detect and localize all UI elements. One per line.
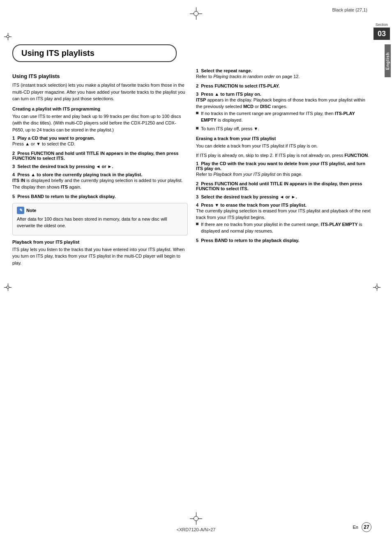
step-5: 5 Press BAND to return to the playback d… xyxy=(12,194,188,199)
step4-title: Press ▲ to store the currently playing t… xyxy=(17,172,142,177)
r-step3-number: 3 xyxy=(196,92,198,97)
e-step4-body: The currently playing selection is erase… xyxy=(196,207,371,221)
r-step3-body: ITSP appears in the display. Playback be… xyxy=(196,97,371,110)
bottom-crosshair-icon xyxy=(190,512,202,525)
step5-number: 5 xyxy=(12,194,15,199)
bottom-right-area: En 27 xyxy=(353,522,371,532)
step2-number: 2 xyxy=(12,151,15,156)
intro-text: ITS (instant track selection) lets you m… xyxy=(12,82,188,102)
english-sidebar: English xyxy=(383,44,392,77)
e-step3-number: 3 xyxy=(196,194,198,199)
en-label: En xyxy=(353,525,358,530)
step1-body: Press ▲ or ▼ to select the CD. xyxy=(12,141,188,148)
e-step-1: 1 Play the CD with the track you want to… xyxy=(196,161,371,178)
e-step2-title: Press FUNCTION and hold until TITLE IN a… xyxy=(196,181,362,191)
step-1: 1 Play a CD that you want to program. Pr… xyxy=(12,136,188,148)
page-number: 27 xyxy=(362,522,371,532)
section-word: Section xyxy=(376,23,388,27)
step1-number: 1 xyxy=(12,136,15,141)
r-step1-title: Select the repeat range. xyxy=(201,68,252,73)
step5-title: Press BAND to return to the playback dis… xyxy=(17,194,115,199)
bottom-bar xyxy=(0,512,392,525)
bullet-icon xyxy=(196,112,198,114)
r-step1-body: Refer to Playing tracks in random order … xyxy=(196,73,371,80)
black-plate-label: Black plate (27,1) xyxy=(332,7,367,12)
e-step-2: 2 Press FUNCTION and hold until TITLE IN… xyxy=(196,181,371,191)
e-step5-title: Press BAND to return to the playback dis… xyxy=(201,238,299,243)
main-header: Using ITS playlists xyxy=(12,44,371,62)
erasing-heading: Erasing a track from your ITS playlist xyxy=(196,136,371,141)
e-step2-number: 2 xyxy=(196,181,198,186)
right-column: 1 Select the repeat range. Refer to Play… xyxy=(196,68,371,269)
e-step1-body: Refer to Playback from your ITS playlist… xyxy=(196,171,371,178)
e-step1-number: 1 xyxy=(196,161,198,166)
note-icon: ✎ xyxy=(17,207,24,214)
step3-number: 3 xyxy=(12,164,15,169)
r-step-2: 2 Press FUNCTION to select ITS-PLAY. xyxy=(196,83,371,88)
step1-title: Play a CD that you want to program. xyxy=(17,136,95,141)
note-box: ✎ Note After data for 100 discs has been… xyxy=(12,203,188,235)
step-4: 4 Press ▲ to store the currently playing… xyxy=(12,172,188,191)
bullet-icon xyxy=(196,223,198,225)
r-step1-number: 1 xyxy=(196,68,198,73)
left-column: Using ITS playlists ITS (instant track s… xyxy=(12,68,188,269)
step2-title: Press FUNCTION and hold until TITLE IN a… xyxy=(12,151,178,161)
e-step4-title: Press ▼ to erase the track from your ITS… xyxy=(201,203,307,207)
step3-title: Select the desired track by pressing ◄ o… xyxy=(17,164,113,169)
note-label: Note xyxy=(26,208,36,213)
section-area: Section 03 xyxy=(371,23,392,40)
creating-heading: Creating a playlist with ITS programming xyxy=(12,106,188,111)
e-step4-number: 4 xyxy=(196,203,198,207)
left-mid-mark xyxy=(4,283,12,291)
content-area: Using ITS playlists ITS (instant track s… xyxy=(12,68,371,269)
right-mid-mark xyxy=(373,283,380,291)
playback-heading: Playback from your ITS playlist xyxy=(12,240,188,244)
left-top-mark xyxy=(4,33,12,40)
r-step2-title: Press FUNCTION to select ITS-PLAY. xyxy=(201,83,280,88)
page-container: Black plate (27,1) Section 03 English Us… xyxy=(0,0,392,537)
r-step3-bullet1: If no tracks in the current range are pr… xyxy=(196,110,371,124)
note-header: ✎ Note xyxy=(17,207,183,214)
e-step-4: 4 Press ▼ to erase the track from your I… xyxy=(196,203,371,235)
erasing-intro: You can delete a track from your ITS pla… xyxy=(196,143,371,150)
e-step5-number: 5 xyxy=(196,238,198,243)
playback-text: ITS play lets you listen to the tracks t… xyxy=(12,246,188,267)
note-text: After data for 100 discs has been stored… xyxy=(17,216,183,229)
creating-intro: You can use ITS to enter and play back u… xyxy=(12,113,188,134)
r-step2-number: 2 xyxy=(196,83,198,88)
header-title: Using ITS playlists xyxy=(21,48,95,58)
r-step-3: 3 Press ▲ to turn ITS play on. ITSP appe… xyxy=(196,92,371,132)
step4-body: ITS IN is displayed briefly and the curr… xyxy=(12,177,188,191)
english-label: English xyxy=(385,44,391,77)
using-its-heading: Using ITS playlists xyxy=(12,73,188,79)
e-step-3: 3 Select the desired track by pressing ◄… xyxy=(196,194,371,199)
top-crosshair-icon xyxy=(190,7,202,20)
model-number: <XRD7120-A/N>27 xyxy=(177,527,216,532)
r-step3-bullet2: To turn ITS play off, press ▼. xyxy=(196,125,371,132)
step4-number: 4 xyxy=(12,172,15,177)
e-step-5: 5 Press BAND to return to the playback d… xyxy=(196,238,371,243)
header-box: Using ITS playlists xyxy=(12,44,177,62)
e-step1-title: Play the CD with the track you want to d… xyxy=(196,161,365,171)
r-step-1: 1 Select the repeat range. Refer to Play… xyxy=(196,68,371,80)
section-number: 03 xyxy=(374,28,390,40)
step-2: 2 Press FUNCTION and hold until TITLE IN… xyxy=(12,151,188,161)
bullet-icon xyxy=(196,127,198,129)
erasing-intro2: If ITS play is already on, skip to step … xyxy=(196,152,371,159)
step-3: 3 Select the desired track by pressing ◄… xyxy=(12,164,188,169)
e-step4-bullet: If there are no tracks from your playlis… xyxy=(196,221,371,235)
e-step3-title: Select the desired track by pressing ◄ o… xyxy=(201,194,297,199)
r-step3-title: Press ▲ to turn ITS play on. xyxy=(201,92,261,97)
